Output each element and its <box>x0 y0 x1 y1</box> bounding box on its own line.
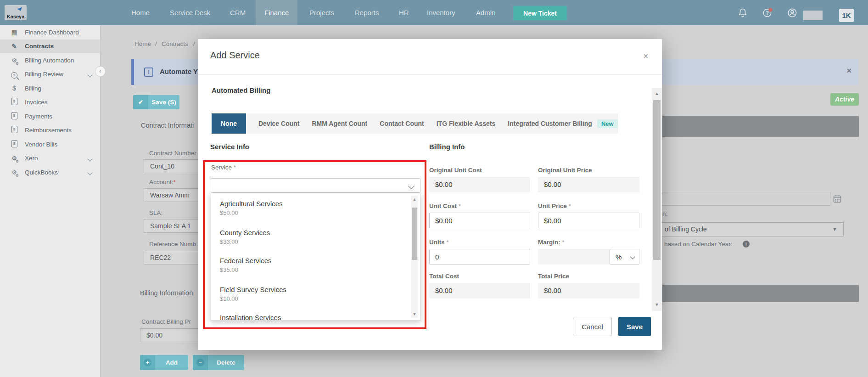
tab-rmm-agent-count[interactable]: RMM Agent Count <box>312 120 367 127</box>
original-unit-cost-field: $0.00 <box>429 177 530 192</box>
calendar-icon[interactable] <box>833 194 842 203</box>
nav-item-finance[interactable]: Finance <box>256 0 297 25</box>
nav-item-inventory[interactable]: Inventory <box>427 0 455 25</box>
tab-contact-count[interactable]: Contact Count <box>380 120 424 127</box>
unit-cost-label: Unit Cost * <box>429 203 461 209</box>
service-option[interactable]: Installation Services <box>220 314 281 321</box>
service-option[interactable]: Field Survey Services $10.00 <box>220 286 286 302</box>
margin-input[interactable] <box>538 249 610 264</box>
contract-save-button[interactable]: ✔ Save (S) <box>133 95 179 109</box>
sidebar-item-vendor-bills[interactable]: Vendor Bills <box>0 137 100 152</box>
margin-unit-select[interactable]: % <box>610 249 639 264</box>
breadcrumb-contracts[interactable]: Contracts <box>162 40 188 47</box>
service-info-heading: Service Info <box>210 143 249 151</box>
sidebar-item-reimbursements[interactable]: Reimbursements <box>0 124 100 138</box>
sidebar-item-finance-dashboard[interactable]: ▦ Finance Dashboard <box>0 25 100 39</box>
scrollbar-thumb[interactable] <box>653 100 661 260</box>
nav-item-admin[interactable]: Admin <box>476 0 496 25</box>
kaseya-logo[interactable]: Kaseya <box>5 5 27 20</box>
nav-item-crm[interactable]: CRM <box>230 0 246 25</box>
tab-itg-flexible-assets[interactable]: ITG Flexible Assets <box>437 120 496 127</box>
nav-item-reports[interactable]: Reports <box>355 0 379 25</box>
add-row-label: Add <box>155 359 188 366</box>
user-profile-icon[interactable] <box>787 7 798 18</box>
breadcrumb-separator: / <box>193 40 195 47</box>
original-unit-price-field: $0.00 <box>538 177 639 192</box>
sidebar-item-billing-review[interactable]: $ Billing Review <box>0 68 100 82</box>
sidebar-item-payments[interactable]: Payments <box>0 109 100 124</box>
sidebar-item-label: Billing Review <box>25 71 63 78</box>
sidebar-item-label: Contracts <box>25 43 54 50</box>
unit-cost-input[interactable]: $0.00 <box>429 213 530 228</box>
service-select[interactable] <box>211 178 420 193</box>
contract-save-label: Save (S) <box>148 99 179 106</box>
truncated-label-fragment: n: <box>662 210 667 217</box>
required-asterisk: * <box>174 179 176 186</box>
sidebar-item-invoices[interactable]: Invoices <box>0 96 100 110</box>
billing-cycle-select[interactable]: of Billing Cycle ▼ <box>656 222 844 236</box>
modal-title: Add Service <box>210 50 260 61</box>
nav-item-home[interactable]: Home <box>131 0 150 25</box>
help-alert-dot <box>768 8 772 11</box>
nav-item-hr[interactable]: HR <box>399 0 409 25</box>
margin-label: Margin: * <box>538 239 565 246</box>
scroll-up-icon[interactable]: ▲ <box>411 197 418 202</box>
tab-none[interactable]: None <box>212 113 246 134</box>
sidebar-item-xero[interactable]: ⚙ Xero <box>0 152 100 166</box>
tab-integrated-customer-billing[interactable]: Integrated Customer Billing <box>508 120 592 127</box>
total-cost-label: Total Cost <box>429 273 459 280</box>
cancel-button[interactable]: Cancel <box>573 317 612 336</box>
total-price-label: Total Price <box>538 273 569 280</box>
finance-sidebar: ▦ Finance Dashboard ✎ Contracts ⚙ Billin… <box>0 25 101 377</box>
reference-number-label: Reference Numb <box>149 241 196 248</box>
new-ticket-button[interactable]: New Ticket <box>513 6 567 20</box>
sidebar-item-label: Billing <box>25 85 41 92</box>
contract-status-badge: Active <box>830 93 859 106</box>
contract-information-heading: Contract Informati <box>141 122 194 129</box>
service-label: Service * <box>211 164 236 171</box>
help-icon[interactable]: ? <box>762 7 773 18</box>
required-asterisk: * <box>234 164 236 171</box>
chevron-down-icon[interactable] <box>87 156 92 161</box>
notifications-bell-icon[interactable] <box>737 7 748 18</box>
sidebar-item-billing[interactable]: $ Billing <box>0 81 100 96</box>
delete-row-label: Delete <box>208 359 244 366</box>
invoice-icon <box>9 126 19 135</box>
scrollbar-thumb[interactable] <box>412 208 417 260</box>
date-field[interactable] <box>656 192 830 206</box>
modal-scrollbar[interactable]: ▲ ▼ <box>652 88 662 311</box>
delete-row-button[interactable]: − Delete <box>193 355 244 370</box>
sidebar-collapse-button[interactable]: ‹ <box>95 66 106 77</box>
unit-price-input[interactable]: $0.00 <box>538 213 639 228</box>
kaseya-logo-text: Kaseya <box>5 14 27 19</box>
modal-close-icon[interactable]: × <box>643 51 649 62</box>
contract-number-label: Contract Number <box>149 150 196 157</box>
invoice-icon <box>9 140 19 149</box>
scroll-down-icon[interactable]: ▼ <box>411 312 418 316</box>
units-input[interactable]: 0 <box>429 249 530 264</box>
add-row-button[interactable]: + Add <box>140 355 188 370</box>
service-option[interactable]: County Services $33.00 <box>220 229 270 245</box>
sidebar-item-billing-automation[interactable]: ⚙ Billing Automation <box>0 53 100 68</box>
dollar-icon: $ <box>9 84 19 92</box>
nav-item-service-desk[interactable]: Service Desk <box>170 0 210 25</box>
service-option[interactable]: Agricultural Services $50.00 <box>220 200 283 216</box>
chevron-down-icon <box>408 183 414 189</box>
save-button[interactable]: Save <box>618 317 651 336</box>
tab-device-count[interactable]: Device Count <box>258 120 299 127</box>
banner-close-icon[interactable]: × <box>846 66 851 76</box>
list-scrollbar[interactable]: ▲ ▼ <box>411 196 418 318</box>
chevron-down-icon[interactable] <box>87 72 92 77</box>
service-option[interactable]: Federal Services $35.00 <box>220 257 272 273</box>
kaseya-one-icon[interactable]: 1K <box>839 9 854 22</box>
chevron-down-icon[interactable] <box>87 170 92 175</box>
info-icon[interactable]: i <box>743 241 750 248</box>
add-service-modal: Add Service × Automated Billing None Dev… <box>198 39 662 350</box>
scroll-up-icon[interactable]: ▲ <box>652 91 662 96</box>
info-icon: i <box>144 68 153 77</box>
nav-item-projects[interactable]: Projects <box>309 0 334 25</box>
sidebar-item-quickbooks[interactable]: ⚙ QuickBooks <box>0 165 100 180</box>
breadcrumb-home[interactable]: Home <box>134 40 151 47</box>
scroll-down-icon[interactable]: ▼ <box>652 302 662 307</box>
sidebar-item-contracts[interactable]: ✎ Contracts <box>0 39 100 54</box>
